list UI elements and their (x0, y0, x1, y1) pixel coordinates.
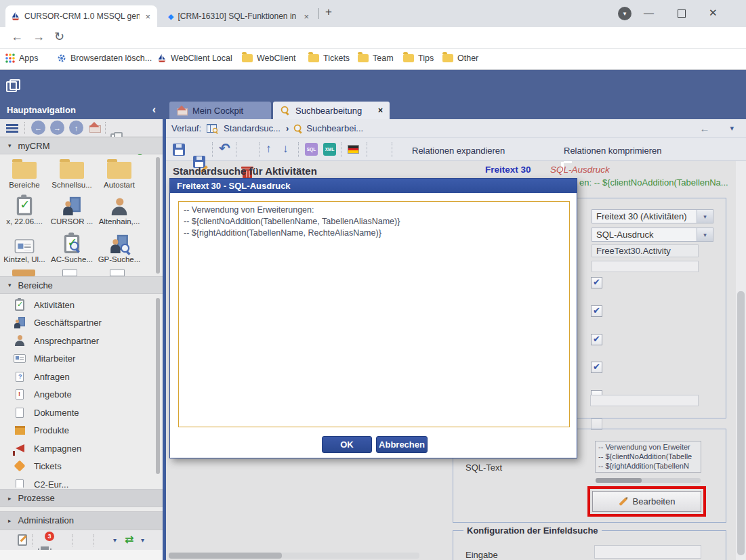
nav-forward-icon[interactable]: → (50, 121, 64, 135)
bearbeiten-button[interactable]: Bearbeiten (592, 491, 701, 512)
mycrm-item-schnellsuche[interactable]: Schnellsu... (49, 158, 95, 189)
sidebar-item-geschaeftspartner[interactable]: Geschäftspartner (0, 314, 154, 331)
save-icon[interactable] (173, 144, 185, 156)
mycrm-item-activity[interactable]: x, 22.06.... (1, 195, 47, 225)
bookmark-folder-tips[interactable]: Tips (403, 53, 434, 63)
language-flag-icon[interactable] (348, 145, 359, 154)
windows-icon[interactable] (6, 79, 18, 90)
browser-update-icon[interactable]: ▾ (618, 7, 631, 20)
tab-mein-cockpit[interactable]: Mein Cockpit (169, 102, 271, 119)
radio-label[interactable]: Relationen komprimieren (564, 146, 662, 156)
radio-label[interactable]: Relationen expandieren (412, 146, 505, 156)
preview-hscrollbar[interactable] (596, 478, 701, 483)
section-administration[interactable]: ▸ Administration (0, 511, 163, 530)
back-icon[interactable]: ← (11, 30, 23, 43)
sidebar-item-dokumente[interactable]: Dokumente (0, 404, 154, 421)
caret-down-icon[interactable]: ▾ (113, 536, 117, 544)
mycrm-item-cursor[interactable]: CURSOR ... (49, 195, 95, 225)
nav-up-icon[interactable]: ↑ (69, 121, 83, 135)
tab-suchbearbeitung[interactable]: Suchbearbeitung × (273, 102, 390, 119)
nav-back-icon[interactable]: ← (31, 121, 45, 135)
chevron-down-icon[interactable]: ▾ (697, 209, 713, 223)
bookmark-clear-data[interactable]: Browserdaten lösch... (57, 53, 152, 63)
eingabe-input[interactable] (594, 545, 701, 559)
content-hscrollbar[interactable] (169, 553, 419, 559)
sidebar-item-aktivitaeten[interactable]: Aktivitäten (0, 296, 154, 314)
checkbox-3[interactable] (591, 334, 602, 345)
db-field-input[interactable]: FreeText30.Activity (592, 244, 699, 257)
breadcrumb-standardsuche[interactable]: Standardsuc... (224, 123, 281, 133)
move-down-icon[interactable]: ↓ (283, 142, 289, 156)
mycrm-scrollbar[interactable] (156, 157, 160, 274)
mycrm-item-gp-suche[interactable]: GP-Suche... (96, 233, 142, 263)
tab-close-icon[interactable]: × (302, 12, 310, 22)
new-tab-button[interactable]: + (325, 5, 332, 19)
empty-input[interactable] (592, 261, 699, 272)
home-icon[interactable] (89, 123, 100, 133)
sql-expression-textarea[interactable]: -- Verwendung von Erweiterungen: -- ${cl… (178, 201, 570, 427)
bookmark-folder-webclient[interactable]: WebClient (242, 53, 295, 63)
bookmark-webclient-local[interactable]: WebClient Local (157, 53, 232, 63)
checkbox-1[interactable] (591, 277, 602, 288)
checkbox-2[interactable] (591, 305, 602, 317)
breadcrumb-suchbearbeitung[interactable]: Suchbearbei... (306, 123, 363, 133)
section-prozesse[interactable]: ▸ Prozesse (0, 489, 163, 507)
content-hscrollbar-thumb[interactable] (169, 553, 282, 559)
mycrm-item-altenhain[interactable]: Altenhain,... (96, 195, 142, 225)
type-select[interactable]: SQL-Ausdruck ▾ (592, 228, 713, 242)
mycrm-item-autostart[interactable]: Autostart (96, 158, 142, 189)
sidebar-item-ansprechpartner[interactable]: Ansprechpartner (0, 332, 154, 349)
window-minimize-button[interactable]: — (644, 7, 654, 18)
bookmark-apps[interactable]: Apps (5, 53, 39, 63)
chevron-down-icon[interactable]: ▾ (697, 228, 713, 242)
sidebar-item-mitarbeiter[interactable]: Mitarbeiter (0, 349, 154, 367)
collapse-sidebar-icon[interactable]: ‹ (152, 104, 156, 116)
window-close-button[interactable]: ✕ (709, 7, 718, 19)
caret-down-icon[interactable]: ▾ (730, 124, 734, 133)
menu-hamburger-icon[interactable] (6, 124, 18, 133)
sidebar-item-tickets[interactable]: Tickets (0, 457, 154, 475)
history-back-icon[interactable]: ← (699, 123, 709, 134)
tab-title: [CRM-16310] SQL-Funktionen in (178, 12, 298, 21)
tab-close-icon[interactable]: × (378, 106, 383, 115)
sidebar-item-anfragen[interactable]: ?Anfragen (0, 368, 154, 385)
reload-icon[interactable]: ↻ (54, 30, 64, 43)
content-vscrollbar-thumb[interactable] (737, 291, 745, 555)
empty-input[interactable] (590, 395, 699, 406)
sidebar-item-angebote[interactable]: !Angebote (0, 385, 154, 403)
mycrm-item-ac-suche[interactable]: AC-Suche... (49, 233, 95, 263)
notes-icon[interactable] (18, 534, 27, 546)
caret-down-icon[interactable]: ▾ (141, 536, 144, 544)
sql-view-icon[interactable]: SQL (305, 143, 318, 156)
sql-preview-box[interactable]: -- Verwendung von Erweiter -- ${clientNo… (595, 441, 701, 473)
content-vscrollbar[interactable] (736, 161, 746, 560)
xml-export-icon[interactable]: XML (323, 143, 336, 156)
sidebar-item-produkte[interactable]: Produkte (0, 421, 154, 439)
window-maximize-button[interactable] (678, 9, 686, 18)
bookmark-folder-team[interactable]: Team (358, 53, 394, 63)
section-mycrm[interactable]: ▾ myCRM (0, 137, 163, 154)
undo-icon[interactable]: ↶ (219, 140, 230, 156)
dialog-titlebar[interactable]: Freitext 30 - SQL-Ausdruck (170, 179, 577, 193)
bookmark-folder-tickets[interactable]: Tickets (308, 53, 350, 63)
preview-hscrollbar-thumb[interactable] (596, 478, 642, 483)
forward-icon[interactable]: → (33, 30, 45, 43)
move-up-icon[interactable]: ↑ (266, 142, 272, 156)
browser-tab-jira[interactable]: ◆ [CRM-16310] SQL-Funktionen in × (163, 5, 316, 27)
browser-tab-cursor-crm[interactable]: CURSOR-CRM 1.0 MSSQL genera × (5, 5, 157, 27)
field-select[interactable]: Freitext 30 (Aktivitäten) ▾ (592, 209, 713, 223)
section-bereiche[interactable]: ▾ Bereiche (0, 276, 163, 294)
abbrechen-button[interactable]: Abbrechen (376, 436, 428, 453)
field-name-label[interactable]: Freitext 30 (485, 165, 531, 175)
mycrm-item-kintzel[interactable]: Kintzel, Ul... (1, 233, 47, 263)
sidebar-item-c2[interactable]: C2-Eur... (0, 475, 154, 488)
mycrm-item-bereiche[interactable]: Bereiche (1, 158, 47, 189)
tab-close-icon[interactable]: × (144, 12, 152, 22)
separator (105, 122, 106, 134)
bereiche-scrollbar[interactable] (156, 298, 160, 474)
ok-button[interactable]: OK (322, 436, 372, 453)
checkbox-4[interactable] (591, 362, 602, 373)
bookmark-folder-other[interactable]: Other (442, 53, 478, 63)
sync-swap-icon[interactable]: ⇄ (125, 533, 133, 546)
sidebar-item-kampagnen[interactable]: Kampagnen (0, 439, 154, 457)
